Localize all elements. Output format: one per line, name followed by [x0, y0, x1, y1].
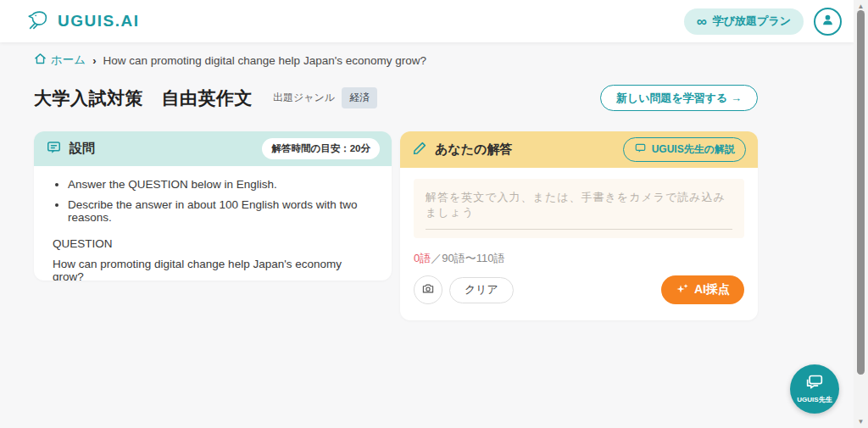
answer-actions: クリア AI採点	[414, 275, 744, 304]
floating-chat-label: UGUIS先生	[797, 395, 832, 404]
word-count-range: ／90語〜110語	[431, 252, 504, 264]
question-card: 設問 解答時間の目安：20分 Answer the QUESTION below…	[34, 131, 392, 281]
user-icon	[821, 13, 835, 30]
scrollbar[interactable]: ▲ ▼	[854, 0, 868, 428]
header-right: ∞ 学び放題プラン	[684, 8, 842, 36]
chat-icon	[634, 142, 647, 157]
scroll-down-icon[interactable]: ▼	[854, 418, 868, 425]
avatar-button[interactable]	[814, 8, 842, 36]
teacher-explanation-button[interactable]: UGUIS先生の解説	[623, 137, 746, 162]
answer-card: あなたの解答 UGUIS先生の解説 解答を英文で入力、または、手書きをカメラで読…	[400, 131, 758, 320]
pencil-icon	[412, 141, 427, 159]
speech-bubble-icon	[46, 140, 62, 158]
answer-card-header: あなたの解答 UGUIS先生の解説	[400, 131, 758, 168]
word-count-current: 0語	[414, 252, 431, 264]
logo-text: UGUIS.AI	[58, 12, 139, 31]
new-question-button[interactable]: 新しい問題を学習する →	[600, 85, 758, 111]
logo[interactable]: UGUIS.AI	[25, 8, 139, 34]
ai-grade-label: AI採点	[694, 282, 730, 297]
title-row: 大学入試対策 自由英作文 出題ジャンル 経済 新しい問題を学習する →	[34, 85, 758, 111]
breadcrumb-home-label: ホーム	[51, 53, 86, 68]
question-card-title: 設問	[70, 141, 95, 157]
infinity-icon: ∞	[697, 14, 707, 29]
floating-chat-button[interactable]: UGUIS先生	[790, 364, 839, 414]
clear-button[interactable]: クリア	[449, 277, 514, 303]
breadcrumb-current: How can promoting digital change help Ja…	[103, 54, 426, 67]
question-card-header: 設問 解答時間の目安：20分	[34, 131, 392, 166]
home-icon	[34, 53, 47, 68]
plan-button-label: 学び放題プラン	[713, 14, 791, 29]
chat-bubbles-icon	[804, 374, 825, 393]
word-count: 0語／90語〜110語	[414, 251, 744, 266]
breadcrumb-separator: ›	[92, 54, 96, 67]
time-estimate-badge: 解答時間の目安：20分	[262, 138, 380, 159]
instruction-item: Answer the QUESTION below in English.	[68, 178, 373, 191]
app-header: UGUIS.AI ∞ 学び放題プラン	[0, 0, 854, 42]
scroll-up-icon[interactable]: ▲	[854, 3, 868, 10]
answer-input-placeholder: 解答を英文で入力、または、手書きをカメラで読み込みましょう	[426, 190, 732, 230]
camera-icon	[421, 282, 435, 297]
question-card-body: Answer the QUESTION below in English. De…	[34, 166, 392, 281]
teacher-explanation-label: UGUIS先生の解説	[652, 142, 735, 157]
instruction-item: Describe the answer in about 100 English…	[68, 198, 373, 224]
answer-card-title: あなたの解答	[435, 142, 512, 158]
answer-input[interactable]: 解答を英文で入力、または、手書きをカメラで読み込みましょう	[414, 179, 744, 238]
plan-button[interactable]: ∞ 学び放題プラン	[684, 8, 804, 35]
question-label: QUESTION	[53, 237, 373, 250]
ai-grade-button[interactable]: AI採点	[661, 275, 744, 304]
breadcrumb-home[interactable]: ホーム	[34, 53, 86, 68]
breadcrumb: ホーム › How can promoting digital change h…	[34, 53, 426, 68]
question-text: How can promoting digital change help Ja…	[53, 258, 373, 281]
app-root: UGUIS.AI ∞ 学び放題プラン ▲ ▼	[0, 0, 868, 428]
page-title: 大学入試対策 自由英作文	[34, 86, 253, 110]
genre-badge: 経済	[342, 87, 377, 108]
instruction-list: Answer the QUESTION below in English. De…	[68, 178, 373, 224]
bird-icon	[25, 8, 51, 34]
camera-button[interactable]	[414, 275, 442, 304]
scrollbar-thumb[interactable]	[857, 10, 865, 375]
answer-card-body: 解答を英文で入力、または、手書きをカメラで読み込みましょう 0語／90語〜110…	[400, 168, 758, 304]
sparkle-icon	[676, 282, 689, 298]
genre-label: 出題ジャンル	[273, 91, 335, 105]
